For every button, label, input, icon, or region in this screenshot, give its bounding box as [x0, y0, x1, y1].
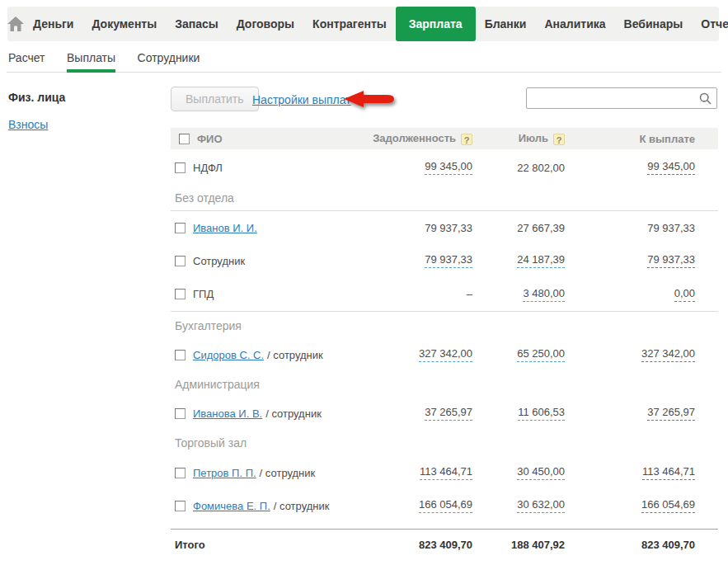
subtab-calculation[interactable]: Расчет: [8, 41, 45, 73]
tab-counterparties[interactable]: Контрагенты: [303, 7, 396, 41]
tab-webinars[interactable]: Вебинары: [615, 7, 693, 41]
employee-link[interactable]: Сидоров С. С.: [193, 349, 264, 361]
search-icon[interactable]: [699, 92, 712, 105]
debt-value[interactable]: 166 054,69: [419, 498, 472, 513]
home-icon: [7, 16, 24, 31]
select-all-checkbox[interactable]: [179, 134, 190, 144]
employee-link[interactable]: Иванова И. В.: [193, 407, 262, 420]
to-pay-value[interactable]: 79 937,33: [647, 253, 695, 268]
tab-reports[interactable]: Отчеты: [692, 7, 728, 41]
month-value[interactable]: 65 250,00: [517, 347, 565, 362]
employee-link[interactable]: Фомичева Е. П.: [193, 500, 270, 512]
row-name: Сотрудник: [193, 255, 245, 267]
to-pay-value: 79 937,33: [647, 222, 695, 234]
to-pay-value[interactable]: 113 464,71: [642, 465, 695, 480]
to-pay-value[interactable]: 99 345,00: [647, 160, 695, 175]
section-header-sales-floor: Торговый зал: [171, 429, 718, 456]
row-name: ГПД: [193, 288, 214, 300]
debt-value[interactable]: 327 342,00: [419, 347, 472, 362]
main-content: Выплатить Настройки выплат ФИО: [171, 82, 718, 559]
row-checkbox[interactable]: [175, 162, 186, 173]
section-header-administration: Администрация: [171, 370, 718, 398]
month-value[interactable]: 11 606,53: [518, 406, 565, 421]
tab-documents[interactable]: Документы: [82, 7, 166, 41]
month-value[interactable]: 30 632,00: [517, 498, 565, 513]
to-pay-value[interactable]: 327 342,00: [641, 347, 695, 362]
total-to-pay: 823 409,70: [641, 539, 695, 551]
pay-button[interactable]: Выплатить: [171, 87, 259, 111]
to-pay-value[interactable]: 37 265,97: [647, 406, 695, 421]
search-input[interactable]: [530, 89, 693, 107]
month-value: 27 667,39: [517, 222, 565, 234]
debt-value: 79 937,33: [425, 222, 472, 234]
month-help-icon[interactable]: ?: [553, 134, 565, 145]
table-row-ivanova: Иванова И. В. / сотрудник 37 265,97 11 6…: [171, 398, 718, 429]
col-header-debt: Задолженность: [373, 132, 456, 144]
table-header: ФИО Задолженность? Июль? К выплате: [171, 128, 718, 149]
to-pay-value[interactable]: 0,00: [674, 287, 695, 302]
month-value[interactable]: 30 450,00: [517, 465, 565, 480]
annotation-arrow-icon: [342, 89, 397, 109]
row-checkbox[interactable]: [175, 408, 186, 419]
employee-link[interactable]: Петров П. П.: [193, 467, 256, 479]
employee-role: / сотрудник: [267, 349, 323, 361]
row-name: НДФЛ: [193, 162, 223, 174]
top-nav: Деньги Документы Запасы Договоры Контраг…: [7, 7, 719, 41]
total-debt: 823 409,70: [419, 539, 472, 551]
month-value[interactable]: 24 187,39: [517, 253, 565, 268]
debt-value[interactable]: 79 937,33: [425, 253, 472, 268]
row-checkbox[interactable]: [175, 256, 186, 266]
subtab-employees[interactable]: Сотрудники: [138, 41, 200, 73]
employee-role: / сотрудник: [260, 467, 316, 479]
table-row-petrov: Петров П. П. / сотрудник 113 464,71 30 4…: [171, 456, 718, 489]
total-month: 188 407,92: [511, 539, 565, 551]
toolbar: Выплатить Настройки выплат: [171, 82, 718, 128]
table-row-ndfl: НДФЛ 99 345,00 22 802,00 99 345,00: [171, 149, 718, 186]
table-total-row: Итого 823 409,70 188 407,92 823 409,70: [171, 529, 718, 559]
section-header-no-department: Без отдела: [171, 186, 718, 211]
tab-stock[interactable]: Запасы: [166, 7, 228, 41]
employee-role: / сотрудник: [274, 500, 330, 512]
row-checkbox[interactable]: [175, 468, 186, 478]
home-button[interactable]: [7, 7, 24, 41]
row-checkbox[interactable]: [175, 223, 186, 233]
tab-salary[interactable]: Зарплата: [396, 7, 476, 41]
tab-forms[interactable]: Бланки: [476, 7, 536, 41]
col-header-to-pay: К выплате: [639, 133, 695, 145]
total-label: Итого: [175, 539, 205, 551]
sidebar-link-contributions[interactable]: Взносы: [8, 118, 48, 131]
col-header-month: Июль: [519, 132, 548, 144]
debt-value: –: [467, 288, 472, 300]
month-value: 22 802,00: [517, 162, 565, 174]
employee-role: / сотрудник: [265, 407, 322, 420]
tab-contracts[interactable]: Договоры: [228, 7, 303, 41]
to-pay-value[interactable]: 166 054,69: [641, 498, 695, 513]
tab-money[interactable]: Деньги: [24, 7, 82, 41]
subtab-payments[interactable]: Выплаты: [67, 41, 115, 73]
month-value[interactable]: 3 480,00: [523, 287, 565, 302]
table-row-fomicheva: Фомичева Е. П. / сотрудник 166 054,69 30…: [171, 489, 718, 522]
debt-help-icon[interactable]: ?: [461, 134, 472, 145]
sidebar: Физ. лица Взносы: [8, 91, 161, 132]
table-row-gpd: ГПД – 3 480,00 0,00: [171, 277, 718, 312]
employee-link[interactable]: Иванов И. И.: [193, 222, 257, 234]
payments-table: ФИО Задолженность? Июль? К выплате НДФЛ …: [171, 128, 718, 559]
row-checkbox[interactable]: [175, 289, 186, 299]
tab-analytics[interactable]: Аналитика: [535, 7, 614, 41]
section-header-accounting: Бухгалтерия: [171, 312, 718, 339]
search-box: [526, 87, 717, 109]
table-row-employee: Сотрудник 79 937,33 24 187,39 79 937,33: [171, 244, 718, 277]
col-header-name: ФИО: [197, 133, 223, 145]
debt-value[interactable]: 113 464,71: [420, 465, 472, 480]
payroll-payments-page: Деньги Документы Запасы Договоры Контраг…: [0, 0, 728, 565]
salary-subnav: Расчет Выплаты Сотрудники: [7, 41, 721, 73]
table-row-ivanov: Иванов И. И. 79 937,33 27 667,39 79 937,…: [171, 211, 718, 244]
debt-value[interactable]: 99 345,00: [425, 160, 472, 175]
row-checkbox[interactable]: [175, 350, 186, 360]
table-row-sidorov: Сидоров С. С. / сотрудник 327 342,00 65 …: [171, 339, 718, 370]
debt-value[interactable]: 37 265,97: [425, 406, 472, 421]
sidebar-title: Физ. лица: [8, 91, 161, 104]
payment-settings-link[interactable]: Настройки выплат: [252, 93, 351, 106]
row-checkbox[interactable]: [175, 501, 186, 511]
